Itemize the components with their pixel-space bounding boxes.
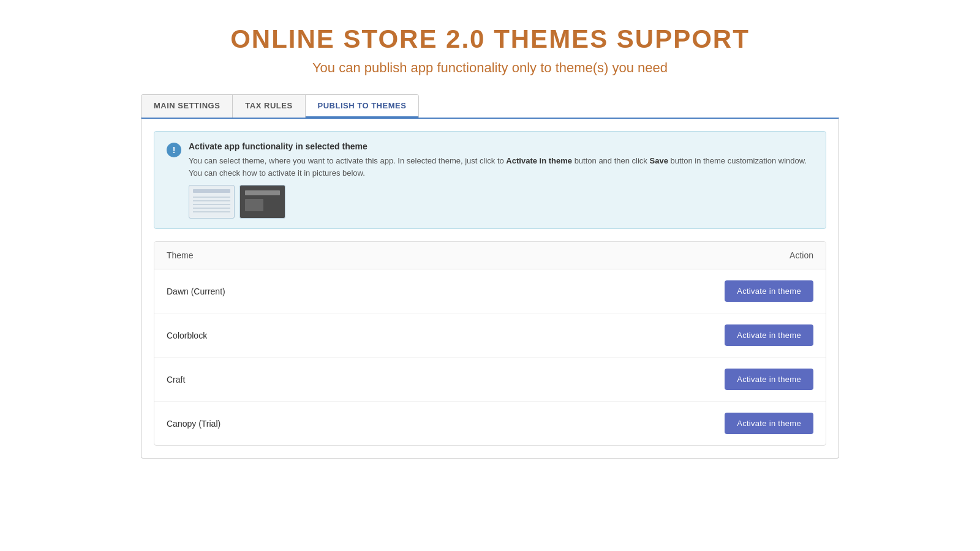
activate-theme-craft-button[interactable]: Activate in theme xyxy=(725,369,813,390)
activate-in-theme-bold: Activate in theme xyxy=(506,156,572,165)
themes-table: Theme Action Dawn (Current) Activate in … xyxy=(154,241,826,446)
info-box: ! Activate app functionality in selected… xyxy=(154,131,826,229)
tab-tax-rules[interactable]: TAX RULES xyxy=(233,95,305,118)
theme-name-dawn: Dawn (Current) xyxy=(167,287,225,296)
tabs-bar: MAIN SETTINGS TAX RULES PUBLISH TO THEME… xyxy=(141,94,419,118)
info-desc-text2: button and then click xyxy=(572,156,649,165)
page-title: ONLINE STORE 2.0 THEMES SUPPORT xyxy=(12,24,968,54)
col-theme-label: Theme xyxy=(167,250,194,260)
tabs-wrapper: MAIN SETTINGS TAX RULES PUBLISH TO THEME… xyxy=(141,94,839,118)
info-description: You can select theme, where you want to … xyxy=(189,155,813,179)
table-header: Theme Action xyxy=(154,242,826,269)
activate-theme-colorblock-button[interactable]: Activate in theme xyxy=(725,324,813,346)
page-subtitle: You can publish app functionality only t… xyxy=(12,60,968,76)
info-content: Activate app functionality in selected t… xyxy=(189,141,813,219)
theme-name-colorblock: Colorblock xyxy=(167,331,207,340)
table-row: Canopy (Trial) Activate in theme xyxy=(154,402,826,445)
page-header: ONLINE STORE 2.0 THEMES SUPPORT You can … xyxy=(0,0,980,94)
info-desc-line2: You can check how to activate it in pict… xyxy=(189,168,365,178)
theme-name-canopy: Canopy (Trial) xyxy=(167,419,221,429)
table-row: Dawn (Current) Activate in theme xyxy=(154,269,826,313)
info-title: Activate app functionality in selected t… xyxy=(189,141,813,151)
content-area: ! Activate app functionality in selected… xyxy=(141,118,839,459)
info-desc-text1: You can select theme, where you want to … xyxy=(189,156,506,165)
thumbnail-1 xyxy=(189,185,235,219)
save-bold: Save xyxy=(650,156,668,165)
info-icon: ! xyxy=(167,143,181,157)
thumbnail-2 xyxy=(239,185,285,219)
tab-main-settings[interactable]: MAIN SETTINGS xyxy=(141,95,233,118)
main-container: MAIN SETTINGS TAX RULES PUBLISH TO THEME… xyxy=(92,94,888,459)
activate-theme-canopy-button[interactable]: Activate in theme xyxy=(725,413,813,434)
info-desc-text3: button in theme customization window. xyxy=(668,156,807,165)
theme-name-craft: Craft xyxy=(167,375,185,384)
activate-theme-dawn-button[interactable]: Activate in theme xyxy=(725,280,813,302)
thumbnail-row xyxy=(189,185,813,219)
tab-publish-to-themes[interactable]: PUBLISH TO THEMES xyxy=(306,95,419,118)
col-action-label: Action xyxy=(790,250,813,260)
table-row: Craft Activate in theme xyxy=(154,358,826,402)
table-row: Colorblock Activate in theme xyxy=(154,313,826,358)
